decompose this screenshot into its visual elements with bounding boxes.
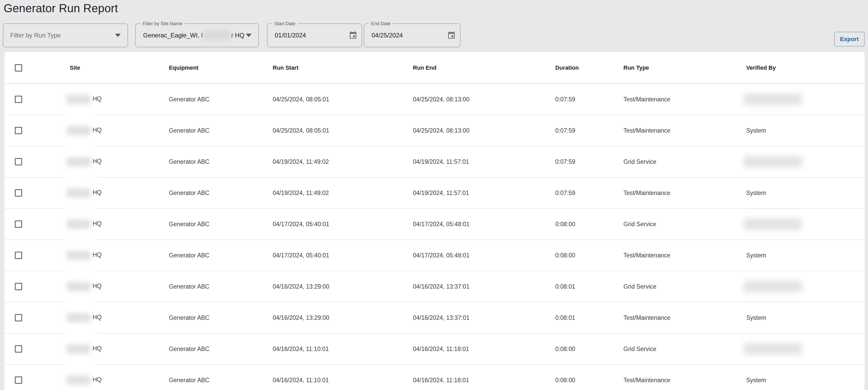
row-checkbox[interactable]	[15, 127, 22, 134]
redacted-name	[744, 218, 802, 230]
table-row: HQGenerator ABC04/25/2024, 08:05:0104/25…	[4, 115, 865, 147]
site-name-visible: HQ	[93, 127, 102, 133]
row-checkbox[interactable]	[15, 158, 22, 165]
cell-run-end: 04/16/2024, 11:18:01	[413, 346, 469, 353]
cell-run-type: Grid Service	[623, 158, 656, 165]
cell-run-type: Test/Maintenance	[623, 314, 670, 321]
row-checkbox[interactable]	[15, 377, 22, 384]
row-checkbox[interactable]	[15, 252, 22, 259]
cell-equipment: Generator ABC	[169, 221, 210, 228]
column-header-run-end: Run End	[413, 64, 436, 71]
cell-duration: 0:08:00	[555, 221, 575, 228]
cell-run-type: Grid Service	[623, 346, 656, 353]
report-table-panel: Site Equipment Run Start Run End Duratio…	[4, 52, 865, 390]
cell-verified-by: System	[746, 190, 766, 197]
site-name-visible: HQ	[93, 220, 102, 227]
cell-verified-by: System	[746, 252, 766, 259]
table-row: HQGenerator ABC04/16/2024, 13:29:0004/16…	[4, 302, 865, 333]
cell-run-type: Test/Maintenance	[623, 190, 670, 197]
cell-run-start: 04/16/2024, 13:29:00	[273, 314, 329, 321]
cell-verified-by	[746, 218, 802, 230]
table-row: HQGenerator ABC04/19/2024, 11:49:0204/19…	[4, 147, 865, 177]
cell-equipment: Generator ABC	[169, 96, 210, 103]
redacted-site-text	[67, 344, 91, 354]
cell-equipment: Generator ABC	[169, 346, 210, 353]
start-date-field[interactable]: Start Date 01/01/2024	[267, 23, 362, 47]
table-row: HQGenerator ABC04/25/2024, 08:05:0104/25…	[4, 84, 865, 115]
site-name-visible: HQ	[93, 376, 102, 383]
select-all-checkbox[interactable]	[15, 64, 22, 71]
cell-duration: 0:08:01	[555, 314, 575, 321]
cell-equipment: Generator ABC	[169, 377, 210, 384]
cell-site: HQ	[70, 220, 102, 229]
table-row: HQGenerator ABC04/16/2024, 13:29:0004/16…	[4, 271, 865, 302]
start-date-value: 01/01/2024	[275, 32, 306, 39]
cell-run-end: 04/17/2024, 05:48:01	[413, 221, 469, 228]
cell-equipment: Generator ABC	[169, 190, 210, 197]
cell-run-end: 04/25/2024, 08:13:00	[413, 96, 469, 103]
site-name-visible: HQ	[93, 158, 102, 165]
end-date-label: End Date	[369, 21, 393, 27]
table-row: HQGenerator ABC04/16/2024, 11:10:0104/16…	[4, 365, 865, 390]
row-checkbox[interactable]	[15, 283, 22, 290]
site-name-filter-label: Filter by Site Name	[141, 21, 184, 27]
row-checkbox[interactable]	[15, 314, 22, 321]
cell-site: HQ	[70, 282, 102, 291]
run-type-filter-select[interactable]: Filter by Run Type	[3, 23, 128, 47]
site-name-filter-select[interactable]: Filter by Site Name Generac_Eagle_WI, I …	[135, 23, 259, 47]
cell-site: HQ	[70, 344, 102, 354]
site-name-visible: HQ	[93, 252, 102, 258]
redacted-site-text	[67, 313, 91, 322]
cell-run-end: 04/17/2024, 05:48:01	[413, 252, 469, 259]
site-name-value-prefix: Generac_Eagle_WI, I	[143, 32, 203, 39]
chevron-down-icon	[246, 34, 252, 37]
cell-site: HQ	[70, 126, 102, 135]
cell-duration: 0:07:59	[555, 127, 575, 134]
page-title: Generator Run Report	[4, 1, 118, 15]
cell-run-start: 04/19/2024, 11:49:02	[273, 190, 329, 197]
site-name-visible: HQ	[93, 314, 102, 321]
cell-site: HQ	[70, 313, 102, 322]
end-date-field[interactable]: End Date 04/25/2024	[364, 23, 461, 47]
column-header-run-start: Run Start	[273, 64, 299, 71]
site-name-visible: HQ	[93, 95, 102, 102]
row-checkbox[interactable]	[15, 96, 22, 103]
redacted-name	[744, 343, 802, 355]
cell-run-type: Grid Service	[623, 283, 656, 290]
redacted-site-text	[67, 157, 91, 166]
row-checkbox[interactable]	[15, 189, 22, 197]
cell-verified-by	[746, 94, 802, 105]
cell-verified-by	[746, 281, 802, 292]
cell-run-end: 04/16/2024, 11:18:01	[413, 377, 469, 384]
redacted-site-text	[67, 251, 91, 260]
redacted-name	[744, 156, 802, 167]
redacted-site-name-text	[203, 30, 230, 40]
redacted-site-text	[67, 376, 91, 385]
site-name-value-suffix: r HQ	[231, 32, 244, 39]
export-button[interactable]: Export	[834, 32, 865, 46]
row-checkbox[interactable]	[15, 221, 22, 228]
cell-equipment: Generator ABC	[169, 283, 210, 290]
cell-run-start: 04/16/2024, 11:10:01	[273, 346, 329, 353]
cell-equipment: Generator ABC	[169, 158, 210, 165]
cell-run-end: 04/25/2024, 08:13:00	[413, 127, 469, 134]
row-checkbox[interactable]	[15, 345, 22, 353]
cell-run-end: 04/19/2024, 11:57:01	[413, 190, 469, 197]
table-body: HQGenerator ABC04/25/2024, 08:05:0104/25…	[4, 84, 865, 390]
cell-run-start: 04/25/2024, 08:05:01	[273, 127, 329, 134]
site-name-visible: HQ	[93, 189, 102, 196]
calendar-icon[interactable]	[447, 31, 456, 40]
table-row: HQGenerator ABC04/19/2024, 11:49:0204/19…	[4, 177, 865, 209]
cell-run-start: 04/19/2024, 11:49:02	[273, 158, 329, 165]
redacted-name	[744, 94, 802, 105]
cell-site: HQ	[70, 95, 102, 104]
table-row: HQGenerator ABC04/17/2024, 05:40:0104/17…	[4, 209, 865, 240]
cell-run-type: Test/Maintenance	[623, 127, 670, 134]
cell-duration: 0:07:59	[555, 158, 575, 165]
cell-verified-by: System	[746, 377, 766, 384]
table-row: HQGenerator ABC04/16/2024, 11:10:0104/16…	[4, 333, 865, 365]
calendar-icon[interactable]	[349, 31, 358, 40]
site-name-visible: HQ	[93, 283, 102, 289]
redacted-site-text	[67, 126, 91, 135]
table-header-row: Site Equipment Run Start Run End Duratio…	[4, 52, 865, 84]
